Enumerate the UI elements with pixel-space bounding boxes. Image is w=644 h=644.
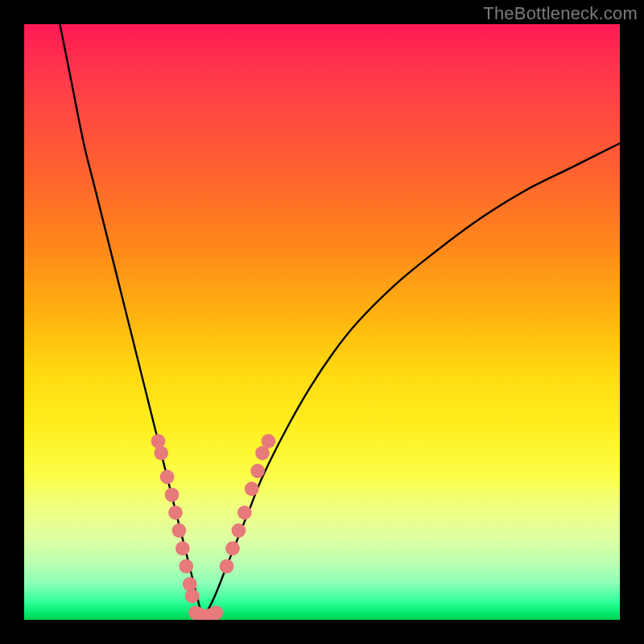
marker-dot (185, 589, 200, 604)
marker-dot (154, 446, 168, 460)
marker-dot (179, 559, 193, 574)
marker-dot (172, 523, 187, 538)
marker-dot (151, 434, 166, 448)
marker-dot (250, 464, 265, 478)
marker-dot (232, 523, 246, 538)
marker-dot (165, 488, 180, 502)
marker-dot (175, 541, 190, 555)
watermark-text: TheBottleneck.com (483, 3, 638, 24)
marker-dot (183, 577, 197, 592)
marker-dot (160, 470, 175, 485)
marker-dot (208, 605, 223, 620)
marker-dot (237, 506, 252, 520)
marker-dot (245, 481, 259, 496)
curve-right-branch (203, 143, 620, 620)
plot-area (24, 24, 620, 620)
chart-frame: TheBottleneck.com (0, 0, 644, 644)
marker-dot (168, 506, 183, 520)
marker-dot (262, 434, 276, 448)
marker-dot (220, 559, 234, 574)
marker-dot (225, 541, 240, 555)
curve-layer (24, 24, 620, 620)
